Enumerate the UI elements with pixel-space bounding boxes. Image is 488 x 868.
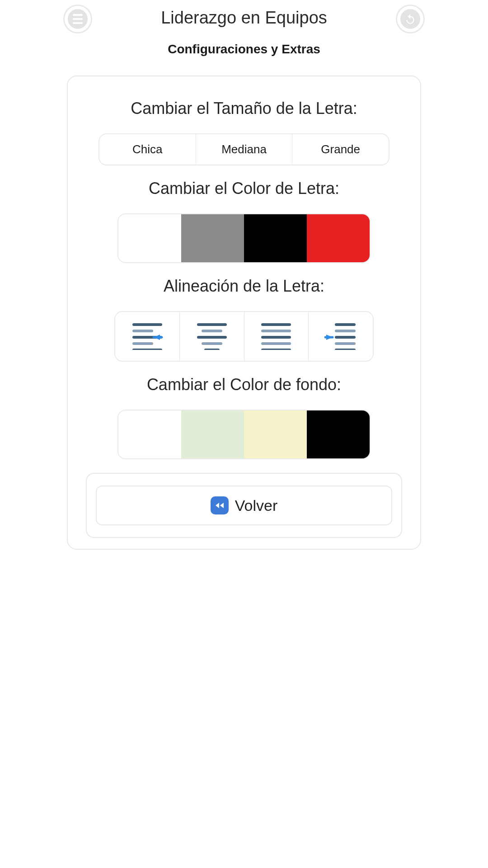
font-color-white[interactable] (118, 214, 181, 262)
rewind-icon (211, 496, 229, 514)
align-indent-right-icon (324, 321, 357, 352)
font-size-heading: Cambiar el Tamaño de la Letra: (86, 99, 402, 118)
align-indent-button[interactable] (309, 312, 373, 361)
align-center-button[interactable] (180, 312, 244, 361)
bg-color-white[interactable] (118, 410, 181, 458)
bg-color-heading: Cambiar el Color de fondo: (86, 375, 402, 394)
alignment-heading: Alineación de la Letra: (86, 277, 402, 296)
undo-icon (400, 9, 420, 29)
bg-color-cream[interactable] (244, 410, 307, 458)
align-outdent-button[interactable] (115, 312, 180, 361)
font-color-swatches (117, 213, 371, 263)
font-size-segmented: Chica Mediana Grande (99, 133, 389, 165)
back-round-button[interactable] (396, 5, 425, 33)
menu-button[interactable] (63, 5, 92, 33)
settings-card: Cambiar el Tamaño de la Letra: Chica Med… (67, 75, 421, 550)
menu-icon (68, 9, 88, 29)
page-title: Liderazgo en Equipos (59, 8, 429, 28)
bg-color-black[interactable] (307, 410, 370, 458)
alignment-segmented (114, 311, 374, 362)
align-center-icon (196, 321, 228, 352)
font-color-heading: Cambiar el Color de Letra: (86, 179, 402, 198)
back-button[interactable]: Volver (96, 486, 392, 525)
font-size-medium[interactable]: Mediana (196, 134, 293, 165)
font-size-large[interactable]: Grande (292, 134, 389, 165)
align-justify-icon (260, 321, 292, 352)
back-button-label: Volver (235, 497, 278, 514)
align-indent-left-icon (131, 321, 164, 352)
bg-color-swatches (117, 410, 371, 459)
align-justify-button[interactable] (244, 312, 309, 361)
font-size-small[interactable]: Chica (99, 134, 196, 165)
font-color-gray[interactable] (181, 214, 244, 262)
header: Liderazgo en Equipos Configuraciones y E… (59, 0, 429, 57)
font-color-black[interactable] (244, 214, 307, 262)
page-subtitle: Configuraciones y Extras (59, 42, 429, 57)
footer-card: Volver (86, 473, 402, 538)
font-color-red[interactable] (307, 214, 370, 262)
bg-color-green[interactable] (181, 410, 244, 458)
